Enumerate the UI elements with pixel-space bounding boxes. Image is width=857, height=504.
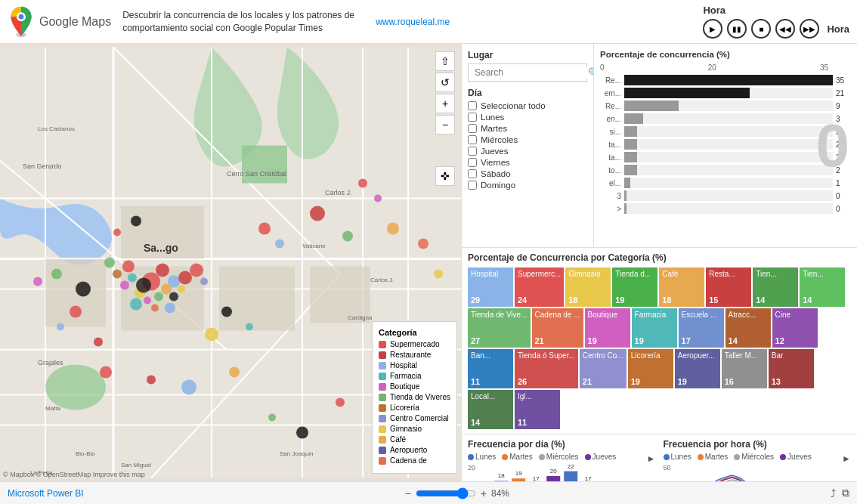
cat-cell-supermercado[interactable]: Supermerc... 24 [515,267,564,307]
svg-text:17: 17 [533,475,540,481]
checkbox-martes[interactable]: Martes [468,124,587,133]
svg-text:Matta: Matta [45,405,61,412]
checkbox-input-seleccionar[interactable] [468,101,477,110]
zoom-in-button[interactable]: + [481,487,487,499]
stop-button[interactable]: ■ [751,19,771,39]
cat-cell-hospital[interactable]: Hospital 29 [468,267,513,307]
cat-cell-tien1[interactable]: Tien... 14 [753,267,798,307]
checkbox-sabado[interactable]: Sábado [468,169,587,178]
cat-cell-bar[interactable]: Bar 13 [769,349,814,388]
next-button[interactable]: ▶▶ [800,19,819,39]
y-axis-hora: 50 0 [664,464,673,481]
status-icons: ⤴ ⧉ [831,487,849,499]
svg-point-52 [374,195,382,203]
play-button[interactable]: ▶ [703,19,722,39]
svg-point-28 [156,264,169,277]
checkbox-input-martes[interactable] [468,124,477,133]
top-description: Descubrir la concurrencia de los locales… [122,9,364,35]
bar-fill-11 [624,203,627,214]
map-tilt-button[interactable]: ⇧ [435,51,455,71]
cat-cell-ban[interactable]: Ban... 11 [468,349,513,388]
checkbox-jueves[interactable]: Jueves [468,147,587,156]
map-rotate-button[interactable]: ↺ [435,73,455,92]
cat-cell-atracc[interactable]: Atracc... 14 [726,308,771,348]
checkbox-lunes[interactable]: Lunes [468,113,587,122]
cat-cell-farmacia[interactable]: Farmacia 19 [632,308,677,348]
right-top: Lugar 🔍 Día Seleccionar todo Lu [462,44,857,248]
cat-cell-resta[interactable]: Resta... 15 [706,267,751,307]
bar-row-3: Re... 9 [600,100,851,111]
zoom-slider[interactable] [416,487,476,499]
search-wrapper[interactable]: 🔍 [468,63,587,82]
svg-point-48 [258,223,271,235]
cat-cell-tienda-super[interactable]: Tienda ó Super... 26 [515,349,578,388]
checkbox-input-sabado[interactable] [468,169,477,178]
map-zoom-in-button[interactable]: + [435,94,455,113]
site-link[interactable]: www.roqueleal.me [376,17,450,27]
pause-button[interactable]: ▮▮ [727,19,747,39]
cat-cell-escuela[interactable]: Escuela ... 17 [679,308,724,348]
right-panel: Lugar 🔍 Día Seleccionar todo Lu [461,44,857,481]
svg-point-43 [130,298,142,311]
checkbox-input-lunes[interactable] [468,113,477,122]
hora-legend-jueves: Jueves [780,453,812,461]
legend-item-tienda-viveres: Tienda de Viveres [379,393,450,401]
porcentaje-title: Porcentaje de concurrencia (%) [600,50,851,59]
checkbox-input-domingo[interactable] [468,181,477,190]
cat-cell-gimnasio[interactable]: Gimnasio 18 [565,267,611,307]
freq-dia-chart-area: 20 0 18 19 [468,464,656,481]
cat-cell-tienda-d[interactable]: Tienda d... 19 [612,267,657,307]
bar-fill-6 [624,139,637,150]
search-input[interactable] [475,67,588,78]
cat-cell-cadena[interactable]: Cadena de ... 21 [532,308,583,348]
svg-point-38 [122,261,135,273]
map-legend: Categoría Supermercado Restaurante Hospi… [372,321,457,474]
svg-point-46 [104,258,115,268]
svg-point-34 [161,284,172,295]
freq-hora-legend: Lunes Martes Miércoles [664,453,812,461]
svg-point-62 [51,269,62,280]
zoom-out-button[interactable]: − [405,487,411,499]
map-zoom-out-button[interactable]: − [435,115,455,135]
svg-point-37 [169,292,178,301]
checkbox-input-viernes[interactable] [468,158,477,167]
cat-cell-local[interactable]: Local... 14 [468,390,513,429]
fullscreen-icon[interactable]: ⧉ [842,487,849,499]
checkbox-input-miercoles[interactable] [468,135,477,144]
svg-point-35 [151,305,159,312]
freq-dia-nav[interactable]: ► [647,453,656,464]
checkbox-input-jueves[interactable] [468,147,477,156]
cat-cell-tien2[interactable]: Tien... 14 [800,267,845,307]
cat-cell-centro[interactable]: Centro Co... 21 [580,349,627,388]
cat-cell-igl[interactable]: Igl... 11 [515,390,560,429]
checkbox-viernes[interactable]: Viernes [468,158,587,167]
cat-cell-cafe[interactable]: Café 18 [659,267,704,307]
legend-title: Categoría [379,328,450,337]
freq-hora-nav[interactable]: ► [842,453,851,464]
hora-line-container: 0 10 20 [673,464,851,481]
powerbi-brand[interactable]: Microsoft Power BI [8,488,84,499]
bar-fill-10 [624,190,627,201]
cat-cell-taller[interactable]: Taller M... 16 [722,349,767,388]
cat-cell-licoreria[interactable]: Licorería 19 [628,349,673,388]
cat-cell-boutique[interactable]: Boutique 19 [585,308,630,348]
share-icon[interactable]: ⤴ [831,487,836,499]
prev-button[interactable]: ◀◀ [775,19,795,39]
svg-text:17: 17 [585,475,592,481]
hora-line-svg: 0 10 20 [673,464,851,481]
svg-point-55 [221,307,232,317]
checkbox-miercoles[interactable]: Miércoles [468,135,587,144]
cat-cell-aeropuerto[interactable]: Aeropuer... 19 [675,349,720,388]
checkbox-seleccionar-todo[interactable]: Seleccionar todo [468,101,587,110]
cat-cell-tienda-viveres[interactable]: Tienda de Vive... 27 [468,308,531,348]
hora-legend-martes: Martes [698,453,729,461]
cat-cell-cine[interactable]: Cine 12 [772,308,818,348]
svg-point-2 [19,14,24,19]
bar-row-2: em... 21 [600,88,851,98]
filter-panel: Lugar 🔍 Día Seleccionar todo Lu [462,44,594,247]
checkbox-domingo[interactable]: Domingo [468,181,587,190]
bar-chart-panel: Porcentaje de concurrencia (%) 0 20 35 R… [594,44,857,247]
dia-section: Día Seleccionar todo Lunes Martes [468,88,587,190]
map-location-button[interactable]: ✜ [435,166,455,186]
svg-text:Carlos J.: Carlos J. [370,277,394,283]
